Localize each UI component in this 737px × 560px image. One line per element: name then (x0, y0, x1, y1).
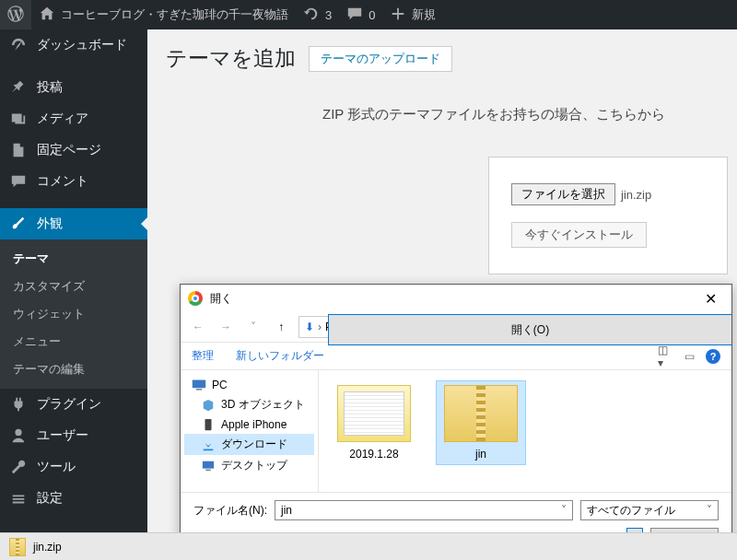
chrome-icon (188, 291, 203, 306)
filetype-select[interactable]: すべてのファイル˅ (580, 500, 719, 520)
menu-comments[interactable]: コメント (0, 166, 147, 197)
pin-icon (9, 78, 28, 97)
menu-label: ユーザー (37, 427, 88, 444)
up-button[interactable]: ↑ (271, 317, 291, 337)
tree-pc[interactable]: PC (184, 376, 314, 394)
zip-icon (9, 538, 26, 556)
choose-file-button[interactable]: ファイルを選択 (511, 183, 615, 205)
menu-tools[interactable]: ツール (0, 451, 147, 483)
menu-label: プラグイン (37, 396, 101, 413)
menu-label: ダッシュボード (37, 37, 127, 53)
menu-label: ツール (37, 459, 76, 475)
new-folder-button[interactable]: 新しいフォルダー (236, 348, 324, 364)
file-open-dialog: 開く ✕ ← → ˅ ↑ ⬇ › PC › ダウンロード › ˅ ↻ ダウンロー… (180, 284, 732, 556)
menu-label: 設定 (37, 490, 63, 507)
wordpress-icon (7, 6, 24, 25)
home-icon (39, 6, 55, 25)
zip-icon (444, 385, 518, 442)
svg-rect-1 (196, 389, 202, 391)
upload-theme-button[interactable]: テーマのアップロード (309, 46, 452, 72)
organize-button[interactable]: 整理 (192, 348, 214, 364)
svg-rect-2 (205, 419, 212, 430)
dialog-titlebar: 開く ✕ (181, 285, 731, 312)
dialog-title: 開く (210, 291, 232, 307)
dialog-toolbar: 整理 新しいフォルダー ◫ ▾ ▭ ? (181, 342, 731, 370)
page-title: テーマを追加 (166, 44, 296, 73)
file-label: jin (440, 448, 521, 461)
update-icon (303, 6, 320, 25)
dashboard-icon (9, 36, 28, 54)
menu-label: 外観 (37, 216, 63, 232)
download-icon (201, 438, 216, 451)
submenu-widgets[interactable]: ウィジェット (0, 300, 147, 328)
appearance-submenu: テーマ カスタマイズ ウィジェット メニュー テーマの編集 (0, 239, 147, 389)
updates-count: 3 (325, 8, 332, 22)
brush-icon (9, 215, 28, 233)
selected-filename: jin.zip (621, 188, 651, 202)
menu-label: コメント (37, 173, 88, 190)
menu-label: 投稿 (37, 79, 63, 96)
new-label: 新規 (412, 6, 436, 23)
plus-icon (390, 6, 406, 25)
view-options-button[interactable]: ◫ ▾ (658, 349, 673, 364)
desktop-icon (201, 460, 216, 472)
svg-rect-0 (193, 379, 205, 388)
menu-label: 固定ページ (37, 142, 101, 158)
menu-users[interactable]: ユーザー (0, 420, 147, 451)
menu-posts[interactable]: 投稿 (0, 72, 147, 103)
install-now-button[interactable]: 今すぐインストール (511, 222, 647, 248)
submenu-menus[interactable]: メニュー (0, 328, 147, 356)
menu-dashboard[interactable]: ダッシュボード (0, 29, 147, 61)
folder-icon (337, 385, 411, 442)
menu-appearance[interactable]: 外観 (0, 208, 147, 239)
media-icon (9, 110, 28, 128)
site-name[interactable]: コーヒーブログ・すぎた珈琲の千一夜物語 (31, 0, 296, 29)
close-button[interactable]: ✕ (697, 288, 724, 309)
upload-hint: ZIP 形式のテーマファイルをお持ちの場合、こちらから (322, 106, 719, 123)
download-arrow-icon: ⬇ (305, 321, 314, 333)
updates[interactable]: 3 (296, 0, 339, 29)
taskbar-item[interactable]: jin.zip (33, 541, 62, 554)
svg-rect-4 (205, 469, 210, 471)
filename-label: ファイル名(N): (193, 503, 267, 519)
folder-tree: PC 3D オブジェクト Apple iPhone ダウンロード デスクトップ (181, 370, 319, 492)
taskbar: jin.zip (0, 532, 737, 560)
admin-sidebar: ダッシュボード 投稿 メディア 固定ページ コメント 外観 テーマ カスタマイズ… (0, 29, 147, 560)
page-icon (9, 141, 28, 159)
help-button[interactable]: ? (706, 349, 720, 364)
menu-pages[interactable]: 固定ページ (0, 134, 147, 166)
pc-icon (192, 379, 206, 391)
settings-icon (9, 489, 28, 508)
tree-iphone[interactable]: Apple iPhone (184, 415, 314, 434)
wp-logo[interactable] (0, 0, 31, 29)
comments-count: 0 (368, 8, 375, 22)
tree-desktop[interactable]: デスクトップ (184, 455, 314, 476)
filename-input[interactable]: jin˅ (275, 500, 573, 520)
new-content[interactable]: 新規 (382, 0, 443, 29)
recent-dropdown[interactable]: ˅ (243, 317, 263, 337)
back-button[interactable]: ← (188, 317, 208, 337)
file-label: 2019.1.28 (333, 448, 415, 461)
menu-media[interactable]: メディア (0, 103, 147, 134)
menu-plugins[interactable]: プラグイン (0, 389, 147, 420)
user-icon (9, 426, 28, 445)
cube-icon (201, 399, 216, 412)
forward-button: → (216, 317, 236, 337)
menu-settings[interactable]: 設定 (0, 483, 147, 514)
file-item-folder[interactable]: 2019.1.28 (330, 381, 418, 464)
tree-downloads[interactable]: ダウンロード (184, 434, 314, 455)
preview-pane-button[interactable]: ▭ (682, 349, 696, 364)
plugin-icon (9, 395, 28, 414)
wp-admin-bar: コーヒーブログ・すぎた珈琲の千一夜物語 3 0 新規 (0, 0, 737, 29)
submenu-customize[interactable]: カスタマイズ (0, 273, 147, 300)
submenu-themes[interactable]: テーマ (0, 245, 147, 273)
file-list: 2019.1.28 jin (319, 370, 731, 492)
comment-icon (9, 172, 28, 191)
svg-rect-3 (203, 461, 214, 468)
comments[interactable]: 0 (339, 0, 382, 29)
tree-3d[interactable]: 3D オブジェクト (184, 394, 314, 415)
file-item-zip[interactable]: jin (437, 381, 525, 464)
submenu-theme-editor[interactable]: テーマの編集 (0, 356, 147, 383)
menu-label: メディア (37, 111, 88, 127)
site-title: コーヒーブログ・すぎた珈琲の千一夜物語 (61, 6, 288, 23)
